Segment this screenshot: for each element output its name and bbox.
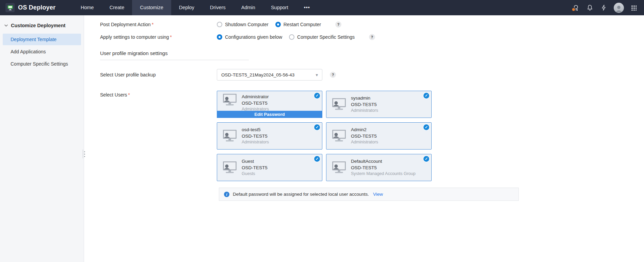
nav-item-create[interactable]: Create bbox=[102, 0, 132, 15]
section-title-user-profile-migration: User profile migration settings bbox=[100, 50, 249, 60]
post-deployment-action-row: Post Deployment Action* Shutdown Compute… bbox=[100, 21, 644, 28]
nav-item-deploy[interactable]: Deploy bbox=[171, 0, 202, 15]
computer-name: OSD-TEST5 bbox=[351, 133, 378, 139]
apps-grid-icon[interactable] bbox=[630, 4, 638, 12]
radio-restart-computer[interactable]: Restart Computer bbox=[275, 22, 321, 27]
view-link[interactable]: View bbox=[373, 192, 383, 197]
selected-check-icon[interactable]: ✓ bbox=[314, 156, 320, 162]
user-name: osd-test5 bbox=[242, 126, 269, 133]
user-name: Administrator bbox=[242, 93, 269, 100]
user-card-text: sysadmin OSD-TEST5 Administrators bbox=[351, 95, 388, 114]
profile-backup-select[interactable]: OSD-TEST5_21May2024_05-56-43 ▾ bbox=[217, 69, 322, 81]
apply-settings-row: Apply settings to computer using* Config… bbox=[100, 33, 644, 41]
sidebar-section-label: Customize Deployment bbox=[11, 23, 65, 28]
user-group: Administrators bbox=[351, 139, 378, 145]
resize-line bbox=[83, 150, 83, 158]
user-group: Administrators bbox=[351, 108, 378, 114]
user-name: sysadmin bbox=[351, 95, 378, 101]
select-users-row: Select Users* ✓ Administrator OSD-TEST5 … bbox=[100, 91, 644, 201]
user-group: System Managed Accounts Group bbox=[351, 171, 416, 177]
radio-label: Configurations given below bbox=[225, 34, 282, 40]
nav-item-support[interactable]: Support bbox=[263, 0, 296, 15]
user-card-admin2[interactable]: ✓ Admin2 OSD-TEST5 Administrators bbox=[326, 122, 432, 150]
user-computer-icon bbox=[222, 129, 238, 142]
nav-item-drivers[interactable]: Drivers bbox=[202, 0, 234, 15]
user-name: Guest bbox=[242, 158, 268, 164]
selected-check-icon[interactable]: ✓ bbox=[423, 124, 429, 130]
sidebar-item-deployment-template[interactable]: Deployment Template bbox=[3, 34, 81, 45]
selected-check-icon[interactable]: ✓ bbox=[423, 156, 429, 162]
computer-name: OSD-TEST5 bbox=[351, 164, 416, 171]
nav-item-customize[interactable]: Customize bbox=[132, 0, 171, 15]
user-card-text: Admin2 OSD-TEST5 Administrators bbox=[351, 126, 388, 145]
user-group: Guests bbox=[242, 171, 268, 177]
user-card-osd-test5[interactable]: ✓ osd-test5 OSD-TEST5 Administrators bbox=[217, 122, 322, 150]
radio-shutdown-computer[interactable]: Shutdown Computer bbox=[217, 22, 269, 27]
required-asterisk: * bbox=[152, 22, 154, 27]
resize-dots-icon bbox=[84, 151, 85, 152]
license-badge-icon[interactable] bbox=[572, 4, 580, 12]
user-computer-icon bbox=[222, 93, 238, 106]
profile-backup-label: Select User profile backup bbox=[100, 72, 217, 77]
quick-actions-bolt-icon[interactable] bbox=[600, 4, 608, 12]
user-computer-icon bbox=[331, 129, 347, 142]
user-name: Admin2 bbox=[351, 126, 378, 133]
selected-check-icon[interactable]: ✓ bbox=[423, 93, 429, 99]
radio-computer-specific-settings[interactable]: Computer Specific Settings bbox=[289, 34, 355, 40]
app-logo-icon bbox=[5, 3, 15, 12]
user-card-text: Guest OSD-TEST5 Guests bbox=[242, 158, 278, 177]
user-card-sysadmin[interactable]: ✓ sysadmin OSD-TEST5 Administrators bbox=[326, 91, 432, 118]
help-icon[interactable]: ? bbox=[369, 34, 375, 40]
top-navigation-bar: OS Deployer Home Create Customize Deploy… bbox=[0, 0, 644, 15]
selected-check-icon[interactable]: ✓ bbox=[314, 124, 320, 130]
post-deployment-action-label: Post Deployment Action* bbox=[100, 22, 217, 27]
computer-name: OSD-TEST5 bbox=[351, 101, 378, 108]
nav-item-admin[interactable]: Admin bbox=[234, 0, 263, 15]
computer-name: OSD-TEST5 bbox=[242, 133, 269, 139]
help-icon[interactable]: ? bbox=[330, 72, 336, 78]
selected-check-icon[interactable]: ✓ bbox=[314, 93, 320, 99]
required-asterisk: * bbox=[170, 34, 172, 40]
main-content: Post Deployment Action* Shutdown Compute… bbox=[84, 15, 644, 262]
main-nav: Home Create Customize Deploy Drivers Adm… bbox=[73, 0, 318, 15]
user-group: Administrators bbox=[242, 139, 269, 145]
sidebar-item-computer-specific-settings[interactable]: Computer Specific Settings bbox=[3, 58, 81, 70]
chevron-down-icon bbox=[4, 24, 8, 27]
computer-name: OSD-TEST5 bbox=[242, 100, 269, 106]
radio-label: Computer Specific Settings bbox=[297, 34, 355, 40]
app-brand[interactable]: OS Deployer bbox=[0, 3, 73, 12]
sidebar-item-add-applications[interactable]: Add Applications bbox=[3, 46, 81, 57]
radio-configurations-given-below[interactable]: Configurations given below bbox=[217, 34, 282, 40]
user-card-administrator[interactable]: ✓ Administrator OSD-TEST5 Administrators… bbox=[217, 91, 322, 118]
apply-settings-label: Apply settings to computer using* bbox=[100, 34, 217, 40]
sidebar-resize-handle[interactable] bbox=[83, 149, 85, 159]
user-computer-icon bbox=[331, 161, 347, 174]
radio-icon bbox=[217, 22, 222, 27]
user-cards-grid: ✓ Administrator OSD-TEST5 Administrators… bbox=[217, 91, 519, 181]
apps-grid-dots bbox=[631, 5, 637, 11]
notification-bell-icon[interactable] bbox=[586, 4, 594, 12]
user-computer-icon bbox=[331, 98, 347, 111]
post-deployment-options: Shutdown Computer Restart Computer ? bbox=[217, 21, 341, 28]
user-name: DefaultAccount bbox=[351, 158, 416, 164]
user-card-guest[interactable]: ✓ Guest OSD-TEST5 Guests bbox=[217, 154, 322, 181]
default-password-info-bar: i Default password will be assigned for … bbox=[219, 188, 519, 201]
help-icon[interactable]: ? bbox=[335, 21, 341, 28]
nav-more-button[interactable]: ••• bbox=[296, 0, 318, 15]
required-asterisk: * bbox=[128, 92, 130, 98]
radio-label: Restart Computer bbox=[284, 22, 321, 27]
radio-icon bbox=[217, 34, 222, 40]
chevron-down-icon: ▾ bbox=[316, 72, 318, 77]
user-avatar[interactable] bbox=[614, 3, 624, 13]
nav-item-home[interactable]: Home bbox=[73, 0, 102, 15]
info-icon: i bbox=[224, 192, 229, 197]
radio-icon bbox=[275, 22, 281, 27]
edit-password-button[interactable]: Edit Password bbox=[217, 111, 322, 118]
user-card-defaultaccount[interactable]: ✓ DefaultAccount OSD-TEST5 System Manage… bbox=[326, 154, 432, 181]
select-users-label: Select Users* bbox=[100, 91, 217, 98]
user-card-text: osd-test5 OSD-TEST5 Administrators bbox=[242, 126, 279, 145]
sidebar: Customize Deployment Deployment Template… bbox=[0, 15, 84, 262]
sidebar-section-customize-deployment[interactable]: Customize Deployment bbox=[0, 15, 84, 33]
user-computer-icon bbox=[222, 161, 238, 174]
app-title: OS Deployer bbox=[18, 4, 55, 11]
